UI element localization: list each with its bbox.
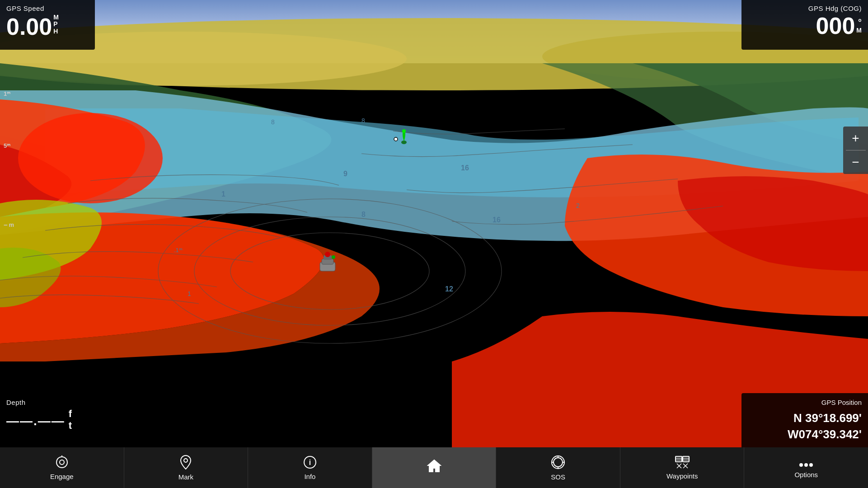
nav-item-engage[interactable]: Engage [0, 447, 124, 488]
nav-label-options: Options [794, 471, 818, 479]
depth-label: Depth [6, 399, 89, 406]
waypoints-icon [675, 456, 690, 470]
svg-point-26 [394, 137, 398, 141]
nav-item-sos[interactable]: SOS [496, 447, 620, 488]
svg-text:16: 16 [493, 216, 501, 224]
gps-position-lat: N 39°18.699' [748, 410, 862, 426]
zoom-in-button[interactable]: + [843, 127, 868, 150]
gps-speed-widget: GPS Speed 0.00 M P H [0, 0, 95, 50]
gps-hdg-label: GPS Hdg (COG) [748, 5, 862, 12]
bottom-nav: Engage Mark i Info [0, 447, 868, 488]
svg-point-20 [402, 129, 406, 133]
svg-point-28 [60, 460, 64, 465]
gps-position-lon: W074°39.342' [748, 426, 862, 442]
nav-item-mark[interactable]: Mark [124, 447, 249, 488]
depth-value: ——.—— [6, 413, 65, 428]
svg-text:8: 8 [271, 118, 275, 126]
svg-rect-40 [683, 456, 689, 462]
nav-label-info: Info [304, 473, 315, 480]
gps-position-label: GPS Position [748, 399, 862, 406]
info-icon: i [303, 455, 317, 471]
gps-hdg-widget: GPS Hdg (COG) 000 ° M [741, 0, 868, 50]
depth-widget: Depth ——.—— f t [0, 393, 95, 447]
svg-point-27 [56, 457, 67, 468]
sos-icon [551, 455, 565, 471]
gps-speed-label: GPS Speed [6, 5, 89, 12]
svg-point-49 [799, 463, 803, 467]
zoom-controls: + − [843, 127, 868, 174]
gps-speed-unit: M P H [53, 14, 59, 35]
svg-text:12: 12 [445, 285, 453, 293]
svg-text:8: 8 [361, 117, 365, 124]
svg-text:2: 2 [576, 202, 580, 209]
gps-hdg-value: 000 ° M [748, 14, 862, 38]
mark-icon [179, 455, 192, 471]
engage-icon [55, 455, 69, 471]
svg-point-30 [184, 459, 188, 462]
nav-label-sos: SOS [551, 473, 565, 481]
scale-indicator-2: 5ᵐ [4, 142, 10, 149]
svg-point-51 [809, 463, 813, 467]
nav-label-mark: Mark [178, 473, 193, 481]
nav-item-options[interactable]: Options [744, 447, 868, 488]
nav-label-engage: Engage [50, 473, 74, 480]
svg-text:8: 8 [361, 211, 366, 218]
scale-indicator-1: 1ᵐ [4, 90, 10, 97]
svg-text:i: i [309, 459, 311, 466]
gps-hdg-unit: ° M [856, 17, 862, 34]
gps-position-widget: GPS Position N 39°18.699' W074°39.342' [741, 393, 868, 447]
svg-point-24 [325, 252, 330, 257]
svg-point-50 [804, 463, 808, 467]
nav-item-info[interactable]: i Info [248, 447, 372, 488]
zoom-out-button[interactable]: − [843, 150, 868, 174]
map-view[interactable]: 1 9 8 8 16 2 8 16 12 1 .1ᵐ 1ᵐ [0, 0, 868, 447]
svg-text:.1ᵐ: .1ᵐ [174, 247, 183, 253]
scale-indicator-3: ‒ m [4, 221, 14, 228]
home-icon [427, 459, 441, 474]
svg-point-34 [554, 458, 563, 467]
svg-rect-39 [676, 456, 682, 462]
nav-item-waypoints[interactable]: Waypoints [620, 447, 745, 488]
svg-text:16: 16 [461, 164, 469, 172]
svg-point-4 [18, 113, 163, 203]
nav-label-waypoints: Waypoints [666, 472, 698, 480]
svg-text:9: 9 [343, 170, 347, 178]
gps-speed-value: 0.00 M P H [6, 14, 89, 38]
svg-point-25 [332, 255, 335, 259]
options-icon [799, 457, 813, 469]
svg-text:1: 1 [188, 290, 191, 297]
svg-text:1: 1 [221, 190, 225, 198]
nav-item-home[interactable] [372, 447, 497, 488]
